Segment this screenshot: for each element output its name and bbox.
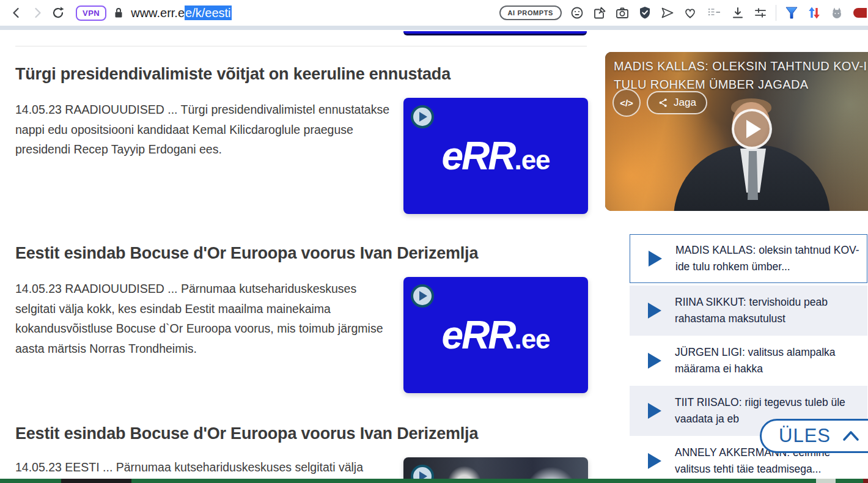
blue-funnel-extension-icon[interactable] xyxy=(784,6,799,20)
reload-icon xyxy=(51,6,65,20)
tune-sliders-icon[interactable] xyxy=(753,6,768,20)
shield-check-icon[interactable] xyxy=(638,6,652,20)
playlist-item-label: RIINA SIKKUT: tervishoidu peab rahastama… xyxy=(675,294,866,327)
reload-button[interactable] xyxy=(48,2,68,23)
url-bar[interactable]: www.err.ee/k/eesti xyxy=(131,6,231,20)
speaker-tie xyxy=(748,151,758,200)
article-headline[interactable]: Eestit esindab Bocuse d'Or Euroopa vooru… xyxy=(15,244,498,263)
forward-button[interactable] xyxy=(27,2,48,23)
taskbar-edge-segment xyxy=(863,479,868,483)
toolbar-divider xyxy=(776,5,776,21)
red-partial-extension-icon[interactable] xyxy=(852,6,867,20)
back-to-top-label: ÜLES xyxy=(779,425,831,447)
previous-article-thumbnail-edge xyxy=(403,31,587,35)
url-text: www.err.e xyxy=(131,6,185,20)
playlist-item-label: JÜRGEN LIGI: valitsus alampalka määrama … xyxy=(675,344,866,377)
err-logo: eRR.ee xyxy=(441,312,550,358)
play-triangle-icon xyxy=(648,303,661,319)
toolbar-left: VPN www.err.ee/k/eesti xyxy=(6,0,232,26)
taskbar-edge-segment xyxy=(816,479,836,483)
article-divider xyxy=(15,46,587,46)
browser-window: VPN www.err.ee/k/eesti AI PROMPTS Tür xyxy=(0,0,868,483)
transfer-arrows-extension-icon[interactable] xyxy=(807,6,822,20)
article-body: 14.05.23 RAADIOUUDISED ... Pärnumaa kuts… xyxy=(15,279,395,358)
err-logo: eRR.ee xyxy=(441,133,550,179)
playlist-item[interactable]: JÜRGEN LIGI: valitsus alampalka määrama … xyxy=(630,336,867,386)
forward-icon xyxy=(30,6,45,20)
embed-button[interactable]: </> xyxy=(612,89,641,117)
vpn-badge[interactable]: VPN xyxy=(76,6,106,21)
play-icon xyxy=(746,120,761,138)
article-headline[interactable]: Eestit esindab Bocuse d'Or Euroopa vooru… xyxy=(15,424,498,443)
playlist-item-label: MADIS KALLAS: oleksin tahtnud KOV-ide tu… xyxy=(675,242,866,275)
play-triangle-icon xyxy=(649,251,662,267)
gray-cat-extension-icon[interactable] xyxy=(829,6,844,20)
video-title-line2: TULU ROHKEM ÜMBER JAGADA xyxy=(614,75,861,94)
send-icon[interactable] xyxy=(660,6,675,20)
back-to-top-button[interactable]: ÜLES xyxy=(760,419,868,453)
browser-toolbar: VPN www.err.ee/k/eesti AI PROMPTS xyxy=(0,0,868,30)
url-selected-text: e/k/eesti xyxy=(185,6,231,20)
toolbar-right: AI PROMPTS xyxy=(499,0,867,26)
video-title: MADIS KALLAS: OLEKSIN TAHTNUD KOV-I TULU… xyxy=(614,57,861,94)
download-icon[interactable] xyxy=(730,6,745,20)
video-player[interactable]: MADIS KALLAS: OLEKSIN TAHTNUD KOV-I TULU… xyxy=(605,52,868,211)
playlist-item[interactable]: RIINA SIKKUT: tervishoidu peab rahastama… xyxy=(630,286,867,336)
share-icon xyxy=(658,97,669,108)
share-button[interactable]: Jaga xyxy=(647,91,707,114)
play-triangle-icon xyxy=(648,403,661,419)
heart-icon[interactable] xyxy=(683,6,697,20)
share-label: Jaga xyxy=(674,97,696,109)
back-icon xyxy=(9,6,24,20)
taskbar-edge xyxy=(0,479,868,483)
camera-icon[interactable] xyxy=(615,6,630,20)
embed-icon: </> xyxy=(620,98,633,108)
video-title-line1: MADIS KALLAS: OLEKSIN TAHTNUD KOV-I xyxy=(614,57,861,75)
back-button[interactable] xyxy=(6,2,27,23)
pin-edit-icon[interactable] xyxy=(592,6,607,20)
ai-prompts-button[interactable]: AI PROMPTS xyxy=(499,6,562,20)
article-thumbnail[interactable]: eRR.ee xyxy=(403,277,588,393)
play-triangle-icon xyxy=(648,353,661,369)
mood-face-icon[interactable] xyxy=(570,6,584,20)
play-triangle-icon xyxy=(648,453,661,469)
article-body: 14.05.23 RAADIOUUDISED ... Türgi preside… xyxy=(15,100,395,160)
playlist-item-active[interactable]: MADIS KALLAS: oleksin tahtnud KOV-ide tu… xyxy=(630,234,867,283)
article-headline[interactable]: Türgi presidendivalimiste võitjat on kee… xyxy=(15,65,498,84)
article-body: 14.05.23 EESTI ... Pärnumaa kutseharidus… xyxy=(15,457,395,477)
taskbar-edge-segment xyxy=(61,479,131,483)
lock-icon[interactable] xyxy=(111,6,126,20)
video-play-button[interactable] xyxy=(732,109,772,149)
article-list: Türgi presidendivalimiste võitjat on kee… xyxy=(0,30,588,483)
play-badge-icon xyxy=(411,105,434,128)
reading-list-icon[interactable] xyxy=(705,6,723,20)
article-thumbnail[interactable]: eRR.ee xyxy=(403,98,588,214)
chevron-up-icon xyxy=(842,429,860,443)
play-badge-icon xyxy=(411,284,434,308)
